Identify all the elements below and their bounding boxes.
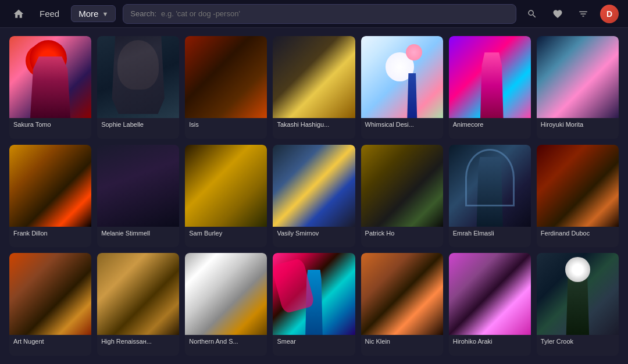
- grid-item-label: Animecore: [449, 118, 531, 131]
- grid-item-label: Hiroyuki Morita: [537, 118, 619, 131]
- search-icon[interactable]: [523, 5, 541, 23]
- grid-item-label: Nic Klein: [361, 335, 443, 348]
- artist-grid: Sakura TomoSophie LabelleIsisTakashi Has…: [0, 28, 628, 364]
- art-image-nic: [361, 253, 443, 335]
- grid-item-isis[interactable]: Isis: [185, 36, 267, 139]
- more-button[interactable]: More ▼: [71, 5, 116, 22]
- art-thumbnail: [361, 145, 443, 227]
- art-image-hirohiko: [449, 253, 531, 335]
- home-button[interactable]: [9, 5, 28, 23]
- art-thumbnail: [185, 145, 267, 227]
- art-thumbnail: [9, 253, 91, 335]
- grid-item-label: Takashi Hashigu...: [273, 118, 355, 131]
- art-image-sam: [185, 145, 267, 227]
- grid-item-hiroyuki[interactable]: Hiroyuki Morita: [537, 36, 619, 139]
- grid-item-tyler[interactable]: Tyler Crook: [537, 253, 619, 356]
- grid-item-label: Sakura Tomo: [9, 118, 91, 131]
- art-thumbnail: [273, 36, 355, 118]
- art-thumbnail: [97, 36, 179, 118]
- grid-item-label: Emrah Elmasli: [449, 227, 531, 240]
- art-image-renaissance: [97, 253, 179, 335]
- art-image-tyler: [537, 253, 619, 335]
- search-prefix: Search:: [130, 9, 156, 18]
- art-thumbnail: [185, 253, 267, 335]
- art-image-northern: [185, 253, 267, 335]
- art-image-emrah: [449, 145, 531, 227]
- grid-item-sakura[interactable]: Sakura Tomo: [9, 36, 91, 139]
- grid-item-smear[interactable]: Smear: [273, 253, 355, 356]
- art-image-nugent: [9, 253, 91, 335]
- art-thumbnail: [449, 253, 531, 335]
- art-image-patrick: [361, 145, 443, 227]
- grid-item-patrick[interactable]: Patrick Ho: [361, 145, 443, 248]
- art-thumbnail: [273, 253, 355, 335]
- art-thumbnail: [9, 145, 91, 227]
- avatar[interactable]: D: [600, 5, 619, 23]
- grid-item-sophie[interactable]: Sophie Labelle: [97, 36, 179, 139]
- search-input[interactable]: [161, 9, 509, 18]
- grid-item-vasily[interactable]: Vasily Smirnov: [273, 145, 355, 248]
- art-image-isis: [185, 36, 267, 118]
- art-image-sophie: [97, 36, 179, 118]
- grid-item-hirohiko[interactable]: Hirohiko Araki: [449, 253, 531, 356]
- grid-item-renaissance[interactable]: High Renaissан...: [97, 253, 179, 356]
- nav-icons: D: [523, 5, 619, 23]
- grid-item-sam[interactable]: Sam Burley: [185, 145, 267, 248]
- grid-item-label: Tyler Crook: [537, 335, 619, 348]
- chevron-down-icon: ▼: [102, 10, 108, 17]
- art-image-vasily: [273, 145, 355, 227]
- grid-item-animecore[interactable]: Animecore: [449, 36, 531, 139]
- art-thumbnail: [273, 145, 355, 227]
- art-image-takashi: [273, 36, 355, 118]
- grid-item-ferdinand[interactable]: Ferdinand Duboc: [537, 145, 619, 248]
- grid-item-northern[interactable]: Northern And S...: [185, 253, 267, 356]
- grid-item-label: Hirohiko Araki: [449, 335, 531, 348]
- heart-icon[interactable]: [549, 5, 566, 23]
- art-thumbnail: [449, 145, 531, 227]
- grid-item-whimsical[interactable]: Whimsical Desi...: [361, 36, 443, 139]
- art-thumbnail: [9, 36, 91, 118]
- grid-item-nugent[interactable]: Art Nugent: [9, 253, 91, 356]
- art-image-hiroyuki: [537, 36, 619, 118]
- grid-item-label: Isis: [185, 118, 267, 131]
- navbar: Feed More ▼ Search: D: [0, 0, 628, 28]
- grid-item-takashi[interactable]: Takashi Hashigu...: [273, 36, 355, 139]
- grid-item-nic[interactable]: Nic Klein: [361, 253, 443, 356]
- grid-item-label: Vasily Smirnov: [273, 227, 355, 240]
- grid-item-label: High Renaissан...: [97, 335, 179, 348]
- grid-item-melanie[interactable]: Melanie Stimmell: [97, 145, 179, 248]
- art-image-melanie: [97, 145, 179, 227]
- art-image-frank: [9, 145, 91, 227]
- grid-item-emrah[interactable]: Emrah Elmasli: [449, 145, 531, 248]
- filter-icon[interactable]: [575, 5, 592, 23]
- art-image-whimsical: [361, 36, 443, 118]
- grid-item-label: Sophie Labelle: [97, 118, 179, 131]
- grid-item-frank[interactable]: Frank Dillon: [9, 145, 91, 248]
- art-thumbnail: [185, 36, 267, 118]
- art-image-sakura: [9, 36, 91, 118]
- art-thumbnail: [97, 253, 179, 335]
- grid-item-label: Whimsical Desi...: [361, 118, 443, 131]
- art-thumbnail: [449, 36, 531, 118]
- art-image-ferdinand: [537, 145, 619, 227]
- grid-item-label: Ferdinand Duboc: [537, 227, 619, 240]
- art-thumbnail: [361, 253, 443, 335]
- grid-item-label: Sam Burley: [185, 227, 267, 240]
- grid-item-label: Frank Dillon: [9, 227, 91, 240]
- art-image-smear: [273, 253, 355, 335]
- art-image-animecore: [449, 36, 531, 118]
- grid-item-label: Art Nugent: [9, 335, 91, 348]
- art-thumbnail: [537, 36, 619, 118]
- grid-item-label: Northern And S...: [185, 335, 267, 348]
- art-thumbnail: [97, 145, 179, 227]
- art-thumbnail: [537, 253, 619, 335]
- art-thumbnail: [361, 36, 443, 118]
- grid-item-label: Patrick Ho: [361, 227, 443, 240]
- art-thumbnail: [537, 145, 619, 227]
- grid-item-label: Melanie Stimmell: [97, 227, 179, 240]
- feed-button[interactable]: Feed: [35, 6, 64, 21]
- grid-item-label: Smear: [273, 335, 355, 348]
- search-bar: Search:: [123, 4, 516, 24]
